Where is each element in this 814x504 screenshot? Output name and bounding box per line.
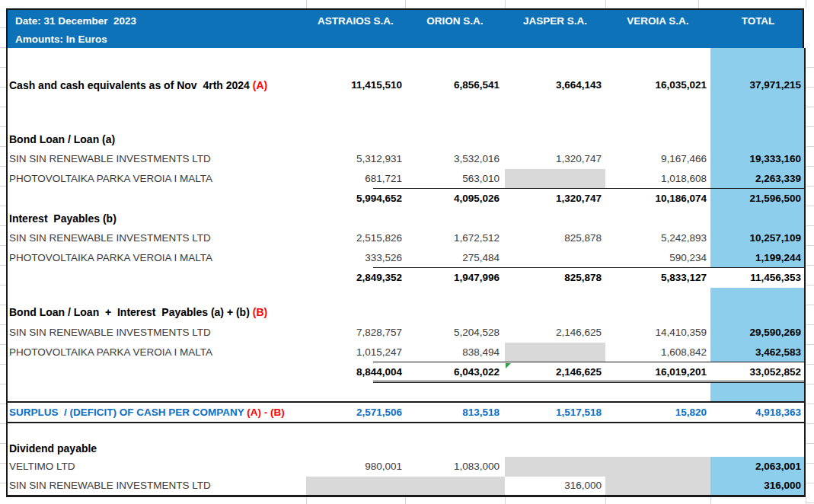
cell-bond-section-label[interactable]: Bond Loan / Loan (a) [9,129,115,149]
cell-bond-subtotal-col1[interactable]: 4,095,026 [393,189,500,209]
cell-bond-subtotal-col0[interactable]: 5,994,652 [295,189,402,209]
gridline [505,0,506,8]
cell-surplus-col1[interactable]: 813,518 [393,403,500,423]
row-cash: Cash and cash equivalents as of Nov 4rth… [0,75,814,95]
gridline [405,0,406,8]
cell-dividend-veltimo-label[interactable]: VELTIMO LTD [9,457,75,477]
cell-interest-subtotal-col0[interactable]: 2,849,352 [295,268,402,288]
cell-combined-sinsin-col2[interactable]: 2,146,625 [495,323,602,343]
cell-surplus-col2[interactable]: 1,517,518 [495,403,602,423]
row-dividend-sinsin: SIN SIN RENEWABLE INVESTMENTS LTD316,000… [0,476,814,496]
cell-bond-subtotal-col4[interactable]: 21,596,500 [694,189,801,209]
cell-dividend-section-label[interactable]: Dividend payable [9,439,97,458]
amounts-label[interactable]: Amounts: In Euros [15,30,107,49]
cell-bond-photo-col4[interactable]: 2,263,339 [694,169,801,189]
cell-dividend-sinsin-col4[interactable]: 316,000 [694,476,801,496]
column-header-total[interactable]: TOTAL [710,11,806,31]
cell-interest-sinsin-label[interactable]: SIN SIN RENEWABLE INVESTMENTS LTD [9,228,211,248]
cell-interest-sinsin-col3[interactable]: 5,242,893 [600,228,707,248]
column-header-astraios[interactable]: ASTRAIOS S.A. [306,11,405,31]
cell-interest-subtotal-col1[interactable]: 1,947,996 [393,268,500,288]
row-interest-section: Interest Payables (b) [0,209,814,228]
cell-dividend-sinsin-label[interactable]: SIN SIN RENEWABLE INVESTMENTS LTD [9,476,211,496]
row-bond-section: Bond Loan / Loan (a) [0,129,814,149]
cell-cash-label[interactable]: Cash and cash equivalents as of Nov 4rth… [9,75,267,95]
cell-combined-sinsin-col1[interactable]: 5,204,528 [393,323,500,343]
cell-interest-photo-col3[interactable]: 590,234 [600,248,707,268]
cell-interest-subtotal-col3[interactable]: 5,833,127 [600,268,707,288]
cell-interest-subtotal-col2[interactable]: 825,878 [495,268,602,288]
cell-bond-sinsin-col4[interactable]: 19,333,160 [694,149,801,169]
cell-interest-sinsin-col1[interactable]: 1,672,512 [393,228,500,248]
cell-cash-col4[interactable]: 37,971,215 [694,75,801,95]
gridline [306,0,307,8]
gridline [605,0,606,8]
cell-combined-total-col2[interactable]: 2,146,625 [495,362,602,382]
date-label[interactable]: Date: 31 December 2023 [15,11,136,31]
gridline [505,497,506,504]
cell-combined-photo-col0[interactable]: 1,015,247 [295,343,402,362]
column-header-jasper[interactable]: JASPER S.A. [505,11,605,31]
row-combined-sinsin: SIN SIN RENEWABLE INVESTMENTS LTD7,828,7… [0,323,814,343]
cell-interest-sinsin-col2[interactable]: 825,878 [495,228,602,248]
cell-dividend-veltimo-col4[interactable]: 2,063,001 [694,457,801,477]
cell-interest-subtotal-col4[interactable]: 11,456,353 [694,268,801,288]
row-interest-photo: PHOTOVOLTAIKA PARKA VEROIA I MALTA333,52… [0,248,814,268]
cell-combined-section-annotation: (B) [253,306,267,318]
cell-combined-sinsin-col4[interactable]: 29,590,269 [694,323,801,343]
cell-cash-annotation: (A) [253,79,267,91]
cell-interest-sinsin-col0[interactable]: 2,515,826 [295,228,402,248]
cell-combined-photo-label[interactable]: PHOTOVOLTAIKA PARKA VEROIA I MALTA [9,343,212,362]
cell-surplus-col0[interactable]: 2,571,506 [295,403,402,423]
cell-combined-total-col4[interactable]: 33,052,852 [694,362,801,382]
cell-dividend-sinsin-col2[interactable]: 316,000 [495,476,602,496]
spreadsheet: Date: 31 December 2023 Amounts: In Euros… [0,0,814,504]
column-header-veroia[interactable]: VEROIA S.A. [605,11,710,31]
cell-combined-total-col1[interactable]: 6,043,022 [393,362,500,382]
cell-cash-col3[interactable]: 16,035,021 [600,75,707,95]
cell-cash-col1[interactable]: 6,856,541 [393,75,500,95]
row-interest-subtotal: 2,849,3521,947,996825,8785,833,12711,456… [0,268,814,288]
cell-bond-subtotal-col3[interactable]: 10,186,074 [600,189,707,209]
cell-combined-sinsin-col0[interactable]: 7,828,757 [295,323,402,343]
cell-surplus-col3[interactable]: 15,820 [600,403,707,423]
cell-bond-photo-col3[interactable]: 1,018,608 [600,169,707,189]
cell-bond-sinsin-col3[interactable]: 9,167,466 [600,149,707,169]
cell-bond-photo-col0[interactable]: 681,721 [295,169,402,189]
cell-bond-photo-col1[interactable]: 563,010 [393,169,500,189]
cell-dividend-veltimo-col0[interactable]: 980,001 [295,457,402,477]
cell-cash-col0[interactable]: 11,415,510 [295,75,402,95]
cell-combined-photo-col1[interactable]: 838,494 [393,343,500,362]
row-combined-photo: PHOTOVOLTAIKA PARKA VEROIA I MALTA1,015,… [0,343,814,362]
cell-combined-section-label[interactable]: Bond Loan / Loan + Interest Payables (a)… [9,302,267,322]
cell-surplus-col4[interactable]: 4,918,363 [694,403,801,423]
cell-combined-sinsin-col3[interactable]: 14,410,359 [600,323,707,343]
cell-interest-sinsin-col4[interactable]: 10,257,109 [694,228,801,248]
cell-combined-total-col0[interactable]: 8,844,004 [295,362,402,382]
cell-interest-section-label[interactable]: Interest Payables (b) [9,209,117,228]
cell-cash-col2[interactable]: 3,664,143 [495,75,602,95]
cell-combined-photo-col3[interactable]: 1,608,842 [600,343,707,362]
cell-interest-photo-col1[interactable]: 275,484 [393,248,500,268]
cell-surplus-label[interactable]: SURPLUS / (DEFICIT) OF CASH PER COMPANY … [9,403,285,423]
gridline [405,497,406,504]
cell-bond-subtotal-col2[interactable]: 1,320,747 [495,189,602,209]
row-bond-subtotal: 5,994,6524,095,0261,320,74710,186,07421,… [0,189,814,209]
cell-interest-photo-col4[interactable]: 1,199,244 [694,248,801,268]
column-header-orion[interactable]: ORION S.A. [405,11,505,31]
cell-combined-photo-col4[interactable]: 3,462,583 [694,343,801,362]
cell-combined-sinsin-label[interactable]: SIN SIN RENEWABLE INVESTMENTS LTD [9,323,211,343]
cell-surplus-annotation: (A) - (B) [247,407,284,418]
gridline [710,497,711,504]
cell-bond-sinsin-col0[interactable]: 5,312,931 [295,149,402,169]
cell-interest-photo-col0[interactable]: 333,526 [295,248,402,268]
cell-bond-sinsin-col2[interactable]: 1,320,747 [495,149,602,169]
cell-bond-sinsin-col1[interactable]: 3,532,016 [393,149,500,169]
cell-combined-total-col3[interactable]: 16,019,201 [600,362,707,382]
cell-dividend-veltimo-col1[interactable]: 1,083,000 [393,457,500,477]
cell-bond-photo-label[interactable]: PHOTOVOLTAIKA PARKA VEROIA I MALTA [9,169,212,189]
row-dividend-veltimo: VELTIMO LTD980,0011,083,0002,063,001 [0,457,814,477]
row-dividend-section: Dividend payable [0,439,814,458]
cell-bond-sinsin-label[interactable]: SIN SIN RENEWABLE INVESTMENTS LTD [9,149,211,169]
cell-interest-photo-label[interactable]: PHOTOVOLTAIKA PARKA VEROIA I MALTA [9,248,212,268]
